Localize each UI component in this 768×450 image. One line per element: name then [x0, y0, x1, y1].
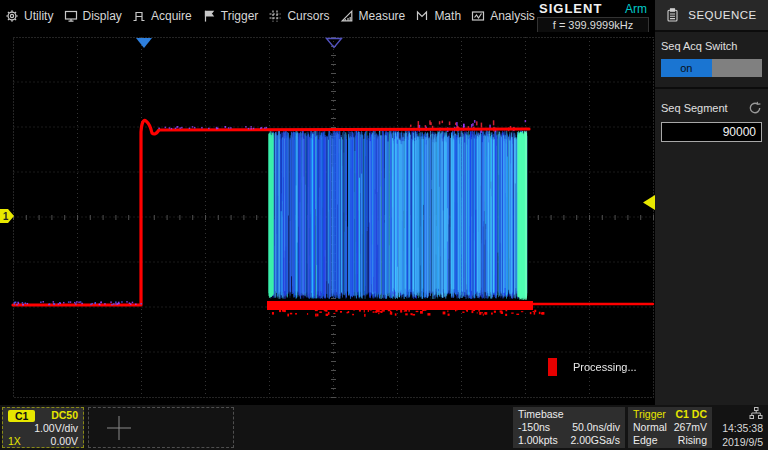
- channel1-offset: 0.00V: [51, 435, 78, 448]
- refresh-icon[interactable]: [748, 101, 762, 115]
- trigger-delay-zero-marker[interactable]: [325, 37, 343, 49]
- menu-acquire[interactable]: Acquire: [130, 5, 194, 27]
- channel1-probe: 1X: [8, 435, 21, 448]
- trigger-frequency-readout: f = 399.9999kHz: [537, 17, 649, 33]
- menu-cursors[interactable]: Cursors: [266, 5, 331, 27]
- seq-acq-switch-toggle[interactable]: on: [661, 59, 762, 77]
- timebase-title: Timebase: [518, 408, 564, 421]
- trigger-type: Edge: [633, 434, 658, 447]
- plus-crosshair-icon: [103, 412, 135, 444]
- trigger-status-badge: Arm: [625, 2, 647, 16]
- timebase-srate: 2.00GSa/s: [570, 434, 620, 447]
- trigger-panel[interactable]: Trigger C1 DC Normal 267mV Edge Rising: [628, 407, 712, 448]
- clock-panel[interactable]: 14:35:38 2019/9/5: [714, 407, 764, 448]
- menu-cursors-label: Cursors: [287, 9, 329, 23]
- sidebar-divider: [655, 87, 768, 89]
- menu-math[interactable]: Math: [413, 5, 463, 27]
- svg-text:1: 1: [3, 211, 9, 222]
- menu-measure-label: Measure: [359, 9, 406, 23]
- trigger-position-marker[interactable]: [135, 37, 153, 49]
- processing-progress-block: [548, 358, 557, 376]
- trigger-level: 267mV: [674, 421, 707, 434]
- sequence-dialog-header[interactable]: SEQUENCE: [655, 0, 768, 32]
- menu-measure[interactable]: Measure: [338, 5, 408, 27]
- menu-display-label: Display: [83, 9, 122, 23]
- measure-icon: [340, 9, 354, 23]
- trigger-slope: Rising: [678, 434, 707, 447]
- menu-utility[interactable]: Utility: [3, 5, 55, 27]
- seq-segment-section: Seq Segment: [655, 93, 768, 148]
- menu-display[interactable]: Display: [62, 5, 124, 27]
- waveform-canvas[interactable]: [0, 32, 655, 405]
- sequence-dialog: SEQUENCE Seq Acq Switch on Seq Segment: [655, 0, 768, 450]
- network-icon: [749, 407, 763, 420]
- trigger-source: C1 DC: [675, 408, 707, 421]
- menu-trigger-label: Trigger: [221, 9, 259, 23]
- channel1-scale: 1.00V/div: [34, 422, 78, 435]
- seq-acq-switch-label: Seq Acq Switch: [661, 40, 762, 52]
- seq-acq-switch-section: Seq Acq Switch on: [655, 32, 768, 83]
- clipboard-icon: [666, 8, 679, 22]
- main-menu: Utility Display Acquire Trigger: [0, 5, 540, 27]
- acquire-icon: [132, 9, 146, 23]
- processing-label: Processing...: [573, 361, 637, 373]
- cursors-icon: [268, 9, 282, 23]
- waveform-display-area[interactable]: 1 Processing...: [0, 32, 655, 405]
- menu-analysis[interactable]: Analysis: [469, 5, 537, 27]
- brand-block: SIGLENT Arm f = 399.9999kHz: [537, 1, 649, 33]
- trigger-level-marker[interactable]: [643, 195, 655, 210]
- seq-acq-switch-on[interactable]: on: [661, 59, 712, 77]
- oscilloscope-screen: Utility Display Acquire Trigger: [0, 0, 768, 450]
- flag-icon: [202, 9, 216, 23]
- status-bar: C1 DC50 1.00V/div 1X 0.00V Timebase -150…: [0, 405, 768, 450]
- trigger-title: Trigger: [633, 408, 666, 421]
- menu-math-label: Math: [434, 9, 461, 23]
- clock-time: 14:35:38: [722, 422, 763, 434]
- sequence-title: SEQUENCE: [688, 9, 757, 21]
- menu-trigger[interactable]: Trigger: [200, 5, 261, 27]
- ch1-ground-level-marker[interactable]: 1: [0, 208, 15, 224]
- menu-utility-label: Utility: [24, 9, 53, 23]
- processing-indicator: Processing...: [548, 358, 637, 376]
- menu-acquire-label: Acquire: [151, 9, 192, 23]
- channel1-panel[interactable]: C1 DC50 1.00V/div 1X 0.00V: [2, 407, 84, 448]
- timebase-panel[interactable]: Timebase -150ns 50.0ns/div 1.00kpts 2.00…: [513, 407, 625, 448]
- seq-segment-label: Seq Segment: [661, 102, 728, 114]
- top-menu-bar: Utility Display Acquire Trigger: [0, 0, 655, 32]
- gear-icon: [5, 9, 19, 23]
- channel1-coupling: DC50: [51, 409, 78, 422]
- timebase-scale: 50.0ns/div: [572, 421, 620, 434]
- clock-date: 2019/9/5: [722, 436, 763, 448]
- siglent-logo: SIGLENT: [539, 1, 602, 16]
- analysis-icon: [471, 9, 485, 23]
- timebase-mdepth: 1.00kpts: [518, 434, 558, 447]
- channel1-badge: C1: [8, 410, 35, 422]
- timebase-delay: -150ns: [518, 421, 550, 434]
- seq-acq-switch-off[interactable]: [712, 59, 763, 77]
- add-channel-slot[interactable]: [88, 407, 234, 448]
- display-icon: [64, 9, 78, 23]
- math-icon: [415, 9, 429, 23]
- seq-segment-input[interactable]: [661, 122, 762, 142]
- trigger-mode: Normal: [633, 421, 667, 434]
- menu-analysis-label: Analysis: [490, 9, 535, 23]
